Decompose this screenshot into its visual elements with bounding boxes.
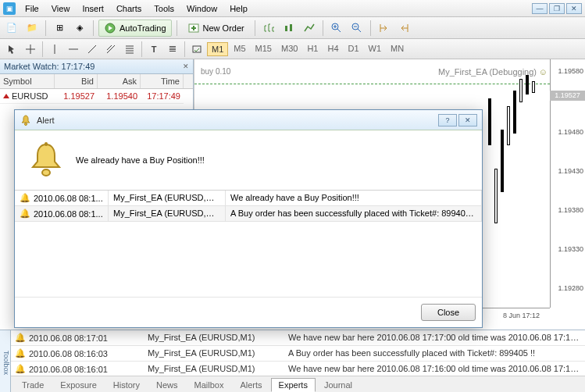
ytick: 1.19480 [558, 128, 583, 136]
log-row[interactable]: 🔔2010.06.08 08:17:01My_First_EA (EURUSD,… [11, 330, 585, 346]
zoom-in-icon[interactable] [328, 20, 345, 37]
tab-history[interactable]: History [105, 378, 148, 392]
menu-items: FileViewInsertChartsToolsWindowHelp [19, 2, 254, 15]
crosshair-icon[interactable] [22, 41, 39, 58]
alert-log-row[interactable]: 🔔2010.06.08 08:1...My_First_EA (EURUSD,M… [15, 191, 482, 206]
ytick: 1.19330 [558, 245, 583, 253]
tf-dropdown-icon[interactable] [188, 41, 205, 58]
timeframe-m5[interactable]: M5 [230, 42, 249, 56]
bar-chart-icon[interactable] [260, 20, 277, 37]
menu-charts[interactable]: Charts [110, 2, 148, 15]
trendline-icon[interactable] [84, 41, 101, 58]
vline-icon[interactable] [46, 41, 63, 58]
chart-y-axis: 1.195801.195271.194801.194301.193801.193… [550, 59, 585, 308]
new-order-button[interactable]: New Order [182, 20, 250, 37]
text-label-icon[interactable]: 𝌆 [164, 41, 181, 58]
svg-point-8 [42, 169, 50, 176]
tab-mailbox[interactable]: Mailbox [187, 378, 232, 392]
toolbox-tabs: TradeExposureHistoryNewsMailboxAlertsExp… [11, 376, 585, 392]
bell-icon [20, 114, 32, 127]
close-button[interactable]: ✕ [566, 3, 582, 14]
autoscroll-icon[interactable] [376, 20, 393, 37]
candle [501, 130, 504, 192]
timeframe-h4[interactable]: H4 [323, 42, 342, 56]
svg-rect-9 [45, 142, 48, 146]
navigator-toggle-icon[interactable]: ◈ [71, 20, 88, 37]
market-watch-title-bar[interactable]: Market Watch: 17:17:49 ✕ [0, 59, 193, 74]
timeframe-m1[interactable]: M1 [207, 42, 228, 56]
market-watch-title: Market Watch: 17:17:49 [4, 62, 95, 71]
autotrading-button[interactable]: AutoTrading [98, 20, 172, 37]
market-watch-rows: EURUSD1.195271.1954017:17:49 [0, 89, 193, 104]
profiles-icon[interactable]: 📁 [23, 20, 41, 37]
menu-bar: ▣ FileViewInsertChartsToolsWindowHelp — … [0, 0, 585, 17]
panel-close-icon[interactable]: ✕ [183, 62, 189, 70]
timeframe-list: M1M5M15M30H1H4D1W1MN [207, 42, 408, 56]
col-bid[interactable]: Bid [55, 74, 98, 88]
candle [532, 81, 535, 93]
menu-file[interactable]: File [19, 2, 45, 15]
alert-message: We already have a Buy Position!!! [76, 155, 205, 165]
timeframe-h1[interactable]: H1 [303, 42, 322, 56]
help-button[interactable]: ? [438, 114, 457, 127]
alert-log-grid: 🔔2010.06.08 08:1...My_First_EA (EURUSD,M… [15, 190, 482, 222]
candle-chart-icon[interactable] [280, 20, 298, 37]
toolbox-side-label[interactable]: Toolbox [0, 330, 11, 392]
svg-rect-2 [285, 26, 287, 31]
new-chart-icon[interactable]: 📄 [3, 20, 20, 37]
close-button[interactable]: Close [421, 304, 476, 321]
cursor-icon[interactable] [3, 41, 20, 58]
symbol-row[interactable]: EURUSD1.195271.1954017:17:49 [0, 89, 193, 104]
col-ask[interactable]: Ask [98, 74, 141, 88]
menu-view[interactable]: View [45, 2, 77, 15]
draw-toolbar: T 𝌆 M1M5M15M30H1H4D1W1MN [0, 39, 585, 59]
candle [507, 106, 510, 145]
app-icon: ▣ [3, 2, 16, 15]
dialog-close-button[interactable]: ✕ [458, 114, 477, 127]
timeframe-mn[interactable]: MN [387, 42, 408, 56]
alert-title-bar[interactable]: Alert ? ✕ [15, 110, 482, 130]
timeframe-d1[interactable]: D1 [344, 42, 363, 56]
zoom-out-icon[interactable] [348, 20, 366, 37]
timeframe-m30[interactable]: M30 [277, 42, 301, 56]
market-watch-header: Symbol Bid Ask Time [0, 74, 193, 89]
equidistant-icon[interactable] [102, 41, 119, 58]
bell-icon: 🔔 [20, 193, 30, 203]
timeframe-w1[interactable]: W1 [365, 42, 386, 56]
svg-rect-6 [193, 46, 201, 52]
menu-help[interactable]: Help [223, 2, 254, 15]
window-controls: — ❐ ✕ [532, 3, 582, 14]
log-row[interactable]: 🔔2010.06.08 08:16:01My_First_EA (EURUSD,… [11, 362, 585, 376]
timeframe-m15[interactable]: M15 [251, 42, 276, 56]
tab-trade[interactable]: Trade [14, 378, 52, 392]
alert-footer: Close [15, 297, 482, 327]
line-chart-icon[interactable] [301, 20, 318, 37]
menu-insert[interactable]: Insert [76, 2, 110, 15]
candle [494, 169, 498, 223]
tab-news[interactable]: News [148, 378, 186, 392]
marketwatch-toggle-icon[interactable]: ⊞ [51, 20, 68, 37]
maximize-button[interactable]: ❐ [549, 3, 565, 14]
menu-window[interactable]: Window [180, 2, 223, 15]
xtick: 8 Jun 17:12 [503, 312, 540, 319]
ytick: 1.19430 [558, 167, 583, 175]
hline-icon[interactable] [65, 41, 82, 58]
col-symbol[interactable]: Symbol [0, 74, 55, 88]
text-icon[interactable]: T [145, 41, 162, 58]
tab-exposure[interactable]: Exposure [52, 378, 104, 392]
main-toolbar: 📄 📁 ⊞ ◈ AutoTrading New Order [0, 17, 585, 39]
menu-tools[interactable]: Tools [148, 2, 180, 15]
bell-icon: 🔔 [15, 364, 26, 374]
log-row[interactable]: 🔔2010.06.08 08:16:03My_First_EA (EURUSD,… [11, 346, 585, 362]
alert-log-row[interactable]: 🔔2010.06.08 08:1...My_First_EA (EURUSD,M… [15, 206, 482, 222]
chart-shift-icon[interactable] [396, 20, 413, 37]
price-marker: 1.19527 [550, 91, 585, 101]
col-time[interactable]: Time [141, 74, 184, 88]
tab-experts[interactable]: Experts [271, 378, 316, 392]
tab-journal[interactable]: Journal [316, 378, 360, 392]
tab-alerts[interactable]: Alerts [232, 378, 269, 392]
minimize-button[interactable]: — [532, 3, 548, 14]
bell-large-icon [27, 141, 65, 179]
fibo-icon[interactable] [121, 41, 138, 58]
bell-icon: 🔔 [15, 333, 26, 343]
